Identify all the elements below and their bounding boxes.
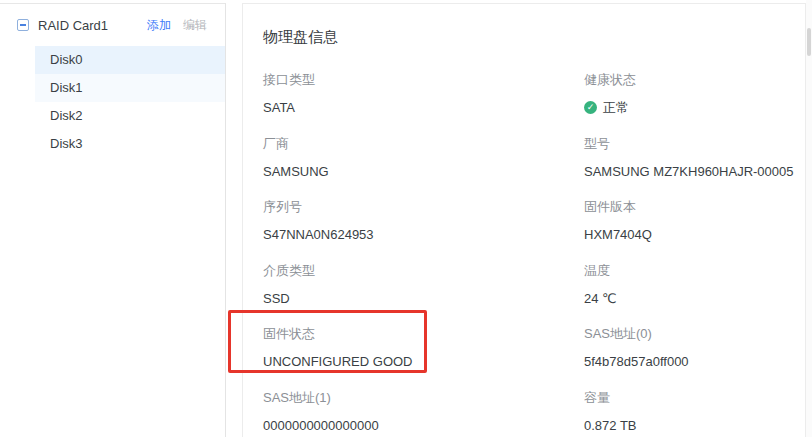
field-label: 介质类型 (263, 262, 584, 279)
field-sas-address-1: SAS地址(1) 0000000000000000 (263, 387, 584, 437)
field-label: SAS地址(0) (584, 325, 805, 342)
physical-disk-info-card: 物理盘信息 接口类型 SATA 健康状态 ✓ 正常 厂商 SAMSUNG 型号 … (242, 3, 806, 437)
field-value: SAMSUNG MZ7KH960HAJR-00005 (584, 163, 805, 180)
field-label: 固件版本 (584, 198, 805, 215)
field-value: HXM7404Q (584, 226, 805, 243)
field-value: 0.872 TB (584, 417, 805, 434)
field-value: SSD (263, 290, 584, 307)
collapse-minus-icon[interactable] (17, 19, 29, 31)
vertical-scrollbar[interactable] (806, 0, 812, 437)
add-link[interactable]: 添加 (147, 17, 171, 34)
field-firmware-state: 固件状态 UNCONFIGURED GOOD (263, 323, 584, 387)
field-value: SATA (263, 99, 584, 116)
field-grid: 接口类型 SATA 健康状态 ✓ 正常 厂商 SAMSUNG 型号 SAMSUN… (263, 69, 805, 437)
field-interface-type: 接口类型 SATA (263, 69, 584, 133)
field-label: 厂商 (263, 135, 584, 152)
health-status-text: 正常 (603, 99, 629, 116)
physical-disk-page: RAID Card1 添加 编辑 Disk0 Disk1 Disk2 Disk3… (0, 0, 812, 437)
field-label: 序列号 (263, 198, 584, 215)
field-value: 24 ℃ (584, 290, 805, 307)
field-sas-address-0: SAS地址(0) 5f4b78d57a0ff000 (584, 323, 805, 387)
field-label: 固件状态 (263, 325, 584, 342)
field-value: 0000000000000000 (263, 417, 584, 434)
field-label: 容量 (584, 389, 805, 406)
field-firmware-version: 固件版本 HXM7404Q (584, 196, 805, 260)
field-value: ✓ 正常 (584, 99, 805, 116)
field-temperature: 温度 24 ℃ (584, 260, 805, 324)
success-check-icon: ✓ (584, 101, 597, 114)
disk-item-disk2[interactable]: Disk2 (35, 102, 225, 130)
field-label: SAS地址(1) (263, 389, 584, 406)
field-value: S47NNA0N624953 (263, 226, 584, 243)
field-label: 温度 (584, 262, 805, 279)
disk-item-disk3[interactable]: Disk3 (35, 130, 225, 158)
field-vendor: 厂商 SAMSUNG (263, 133, 584, 197)
raid-tree-sidebar: RAID Card1 添加 编辑 Disk0 Disk1 Disk2 Disk3 (0, 3, 226, 437)
page-title: 物理盘信息 (263, 28, 805, 47)
tree-node-raid-card1[interactable]: RAID Card1 添加 编辑 (0, 4, 225, 46)
field-value: UNCONFIGURED GOOD (263, 353, 584, 370)
field-health-status: 健康状态 ✓ 正常 (584, 69, 805, 133)
field-serial-number: 序列号 S47NNA0N624953 (263, 196, 584, 260)
raid-card-label: RAID Card1 (38, 18, 147, 33)
field-model: 型号 SAMSUNG MZ7KH960HAJR-00005 (584, 133, 805, 197)
field-label: 接口类型 (263, 71, 584, 88)
field-value: 5f4b78d57a0ff000 (584, 353, 805, 370)
field-media-type: 介质类型 SSD (263, 260, 584, 324)
edit-link[interactable]: 编辑 (183, 17, 207, 34)
disk-item-disk0[interactable]: Disk0 (35, 46, 225, 74)
field-value: SAMSUNG (263, 163, 584, 180)
disk-list: Disk0 Disk1 Disk2 Disk3 (35, 46, 225, 158)
field-capacity: 容量 0.872 TB (584, 387, 805, 437)
field-label: 型号 (584, 135, 805, 152)
field-label: 健康状态 (584, 71, 805, 88)
disk-item-disk1[interactable]: Disk1 (35, 74, 225, 102)
scrollbar-thumb[interactable] (807, 28, 811, 56)
